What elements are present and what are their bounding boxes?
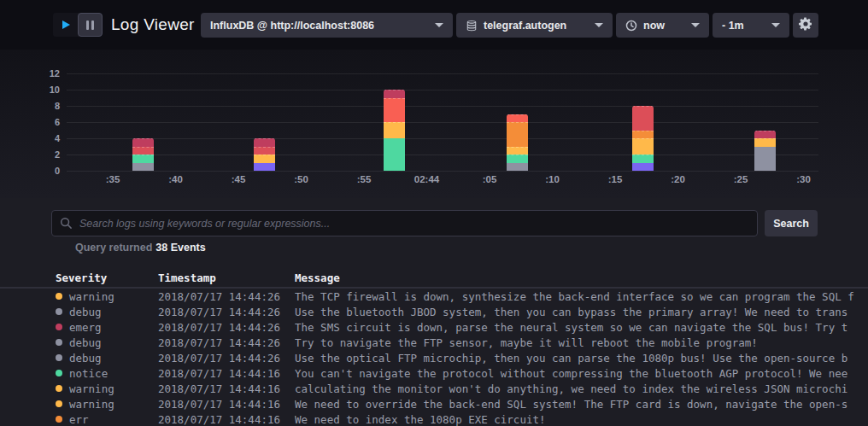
query-summary: Query returned38 Events — [75, 242, 206, 254]
bar-segment-notice — [507, 155, 528, 163]
severity-cell: debug — [56, 306, 158, 318]
bar-segment-warning — [754, 138, 776, 147]
bar-segment-warning — [507, 147, 528, 155]
pause-button[interactable] — [78, 13, 103, 37]
x-axis-label: :10 — [525, 174, 580, 184]
severity-cell: err — [56, 413, 158, 426]
y-axis-label: 8 — [24, 100, 60, 112]
message-cell: Use the bluetooth JBOD system, then you … — [295, 306, 868, 318]
log-table-row[interactable]: debug2018/07/17 14:44:26Try to navigate … — [0, 335, 868, 350]
log-table-row[interactable]: emerg2018/07/17 14:44:26The SMS circuit … — [0, 319, 868, 335]
play-button[interactable] — [53, 13, 78, 37]
timestamp-cell: 2018/07/17 14:44:16 — [158, 367, 295, 380]
log-table-row[interactable]: warning2018/07/17 14:44:26The TCP firewa… — [0, 289, 868, 304]
gear-icon — [799, 17, 812, 34]
bar-segment-crit — [507, 114, 528, 123]
bar-segment-alert — [132, 147, 154, 155]
event-histogram: 024681012:35:40:45:50:5502:44:05:10:15:2… — [0, 50, 868, 198]
log-table-row[interactable]: warning2018/07/17 14:44:16We need to ove… — [0, 396, 868, 411]
severity-dot — [56, 400, 62, 407]
severity-dot — [56, 354, 62, 361]
x-axis-label: :35 — [85, 174, 140, 184]
source-dropdown[interactable]: InfluxDB @ http://localhost:8086 — [201, 13, 453, 38]
severity-cell: debug — [56, 352, 158, 365]
y-gridline — [67, 106, 818, 107]
chevron-down-icon — [771, 23, 780, 27]
log-table-row[interactable]: warning2018/07/17 14:44:16calculating th… — [0, 381, 868, 396]
database-dropdown-label: telegraf.autogen — [484, 20, 566, 32]
clock-icon — [625, 20, 637, 32]
severity-dot — [56, 308, 62, 315]
bar-segment-emerg — [132, 138, 154, 147]
histogram-bar — [754, 131, 776, 172]
x-axis-label: :45 — [211, 174, 266, 184]
histogram-bar — [507, 114, 528, 172]
log-table-row[interactable]: err2018/07/17 14:44:16We need to index t… — [0, 411, 868, 426]
severity-dot — [56, 293, 62, 300]
bar-segment-err — [507, 122, 528, 147]
bar-segment-info — [254, 163, 275, 172]
search-input[interactable] — [51, 210, 758, 236]
pause-icon — [86, 20, 94, 30]
severity-dot — [56, 385, 62, 392]
message-cell: Try to navigate the FTP sensor, maybe it… — [295, 336, 868, 349]
bar-segment-err — [632, 131, 654, 139]
log-table-row[interactable]: debug2018/07/17 14:44:26Use the optical … — [0, 350, 868, 365]
severity-cell: debug — [56, 336, 158, 349]
timestamp-cell: 2018/07/17 14:44:26 — [158, 306, 295, 318]
event-count: 38 Events — [155, 242, 205, 254]
timestamp-cell: 2018/07/17 14:44:26 — [158, 336, 295, 349]
database-dropdown[interactable]: telegraf.autogen — [456, 13, 613, 38]
severity-dot — [56, 416, 62, 423]
y-axis-label: 4 — [24, 132, 60, 144]
chevron-down-icon — [691, 23, 700, 27]
x-axis-label: :30 — [777, 174, 831, 184]
message-cell: We need to index the 1080p EXE circuit! — [295, 413, 868, 426]
x-axis-label: :25 — [713, 174, 768, 184]
x-axis-label: :20 — [651, 174, 706, 184]
bar-segment-alert — [632, 106, 654, 131]
chevron-down-icon — [435, 23, 443, 27]
column-header-severity: Severity — [56, 271, 158, 287]
x-axis-label: 02:44 — [400, 174, 455, 184]
time-dropdown[interactable]: now — [616, 13, 709, 38]
severity-label: err — [69, 413, 89, 426]
x-axis-label: :05 — [462, 174, 517, 184]
log-panel: Search Query returned38 Events Severity … — [0, 198, 868, 426]
message-cell: The SMS circuit is down, parse the neura… — [295, 321, 868, 334]
play-icon — [62, 20, 70, 29]
message-cell: calculating the monitor won't do anythin… — [295, 382, 868, 395]
log-table-row[interactable]: notice2018/07/17 14:44:16You can't navig… — [0, 365, 868, 381]
message-cell: You can't navigate the protocol without … — [295, 367, 868, 380]
y-gridline — [67, 171, 818, 172]
search-button[interactable]: Search — [765, 210, 818, 236]
severity-cell: emerg — [56, 321, 158, 334]
log-table-row[interactable]: debug2018/07/17 14:44:26Use the bluetoot… — [0, 304, 868, 319]
timestamp-cell: 2018/07/17 14:44:26 — [158, 352, 295, 365]
log-table: Severity Timestamp Message warning2018/0… — [0, 271, 868, 426]
settings-button[interactable] — [793, 13, 818, 38]
timestamp-cell: 2018/07/17 14:44:16 — [158, 413, 295, 426]
bar-segment-emerg — [754, 131, 776, 139]
bar-segment-debug — [132, 163, 154, 172]
x-axis-label: :55 — [337, 174, 391, 184]
histogram-bar — [132, 138, 154, 171]
severity-label: warning — [69, 290, 114, 303]
severity-cell: warning — [56, 382, 158, 395]
column-header-timestamp: Timestamp — [158, 271, 295, 287]
severity-label: debug — [69, 306, 102, 318]
y-gridline — [67, 122, 818, 123]
database-icon — [466, 20, 478, 32]
severity-cell: warning — [56, 398, 158, 411]
range-dropdown[interactable]: - 1m — [713, 13, 789, 38]
severity-label: debug — [69, 352, 102, 365]
chevron-down-icon — [595, 23, 603, 27]
query-summary-prefix: Query returned — [75, 242, 152, 254]
log-table-body: warning2018/07/17 14:44:26The TCP firewa… — [0, 289, 868, 426]
timestamp-cell: 2018/07/17 14:44:16 — [158, 382, 295, 395]
search-field-wrap — [51, 210, 758, 236]
severity-label: warning — [69, 398, 114, 411]
x-axis-label: :40 — [149, 174, 203, 184]
y-gridline — [67, 155, 818, 155]
histogram-bar — [632, 106, 654, 171]
